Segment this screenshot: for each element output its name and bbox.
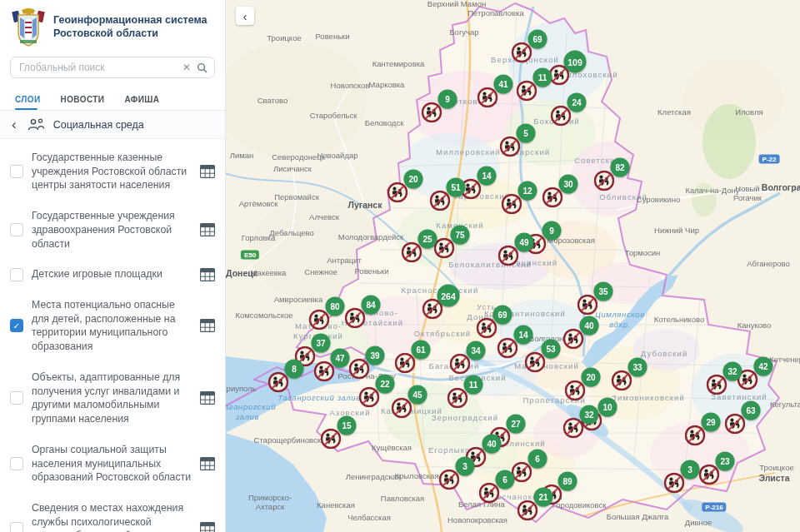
children-warning-icon — [450, 354, 471, 375]
cluster-count: 47 — [331, 349, 350, 368]
cluster-count: 40 — [482, 435, 502, 454]
water-label: Таганрогский залив — [278, 393, 360, 403]
layer-row[interactable]: Детские игровые площадки — [0, 259, 225, 290]
cluster-count: 9 — [542, 221, 562, 241]
layer-checkbox[interactable] — [10, 522, 23, 532]
cluster-count: 10 — [598, 398, 618, 417]
table-icon[interactable] — [200, 319, 215, 332]
water-label: Цимлянское вдхр. — [595, 310, 645, 330]
town-label: Горловка — [242, 233, 275, 242]
layer-label: Места потенциально опасные для детей, ра… — [32, 298, 192, 354]
cluster-count: 24 — [568, 93, 587, 112]
town-label: Троицкое — [267, 33, 301, 42]
children-warning-icon — [594, 171, 615, 191]
search-icon[interactable] — [197, 62, 208, 73]
layer-label: Сведения о местах нахождения службы псих… — [32, 501, 192, 532]
search-input[interactable] — [18, 61, 177, 74]
table-icon[interactable] — [200, 522, 215, 532]
town-label: Тормосин — [625, 248, 661, 257]
layer-row[interactable]: Государственные учреждения здравоохранен… — [0, 201, 225, 259]
table-icon[interactable] — [200, 391, 215, 405]
town-label: Комсомольское — [235, 311, 292, 320]
town-label: Новопсков — [331, 81, 370, 90]
cluster-count: 11 — [464, 375, 483, 395]
children-warning-icon — [439, 470, 460, 490]
layer-checkbox[interactable] — [10, 457, 23, 470]
global-search[interactable]: ✕ — [10, 57, 215, 78]
town-label: Верхний Мамон — [428, 0, 486, 9]
sidebar-collapse-button[interactable]: ‹ — [236, 7, 254, 25]
district-label: Октябрьский — [414, 329, 471, 339]
children-warning-icon — [512, 42, 532, 63]
children-warning-icon — [309, 310, 330, 331]
layer-label: Органы социальной защиты населения муниц… — [32, 443, 192, 485]
children-warning-icon — [422, 102, 442, 123]
children-warning-icon — [479, 483, 500, 504]
children-warning-icon — [314, 361, 335, 382]
back-chevron-icon[interactable]: ‹ — [10, 117, 18, 132]
cluster-count: 63 — [742, 401, 761, 420]
tab-layers[interactable]: СЛОИ — [15, 92, 41, 110]
children-warning-icon — [430, 191, 451, 211]
cluster-count: 41 — [494, 75, 513, 94]
cluster-count: 6 — [496, 470, 515, 490]
tab-afisha[interactable]: АФИША — [124, 92, 159, 110]
tab-news[interactable]: НОВОСТИ — [61, 92, 105, 110]
children-warning-icon — [498, 338, 518, 359]
children-warning-icon — [725, 414, 746, 435]
layer-row[interactable]: Органы социальной защиты населения муниц… — [0, 435, 225, 493]
layer-row[interactable]: Объекты, адаптированные для получения ус… — [0, 362, 225, 435]
layer-checkbox[interactable] — [10, 391, 23, 405]
town-label: Богучар — [449, 27, 478, 37]
cluster-count: 42 — [754, 357, 773, 376]
table-icon[interactable] — [200, 223, 215, 236]
children-warning-icon — [565, 380, 586, 401]
children-warning-icon — [321, 429, 342, 450]
layer-row[interactable]: Места потенциально опасные для детей, ра… — [0, 290, 225, 362]
children-warning-icon — [525, 352, 546, 373]
cluster-count: 29 — [702, 413, 721, 432]
layer-row[interactable]: Сведения о местах нахождения службы псих… — [0, 493, 225, 532]
layer-checkbox[interactable] — [10, 223, 23, 236]
town-label: Волгоград — [762, 182, 800, 193]
town-label: Беловодск — [365, 118, 404, 127]
town-label: Иловля — [735, 107, 762, 117]
town-label: Павловская — [381, 494, 424, 503]
app-title: Геоинформационная система Ростовской обл… — [53, 7, 208, 41]
table-icon[interactable] — [200, 165, 215, 178]
layer-checkbox[interactable] — [10, 165, 23, 178]
cluster-count: 84 — [362, 296, 381, 315]
town-label: Большая Джалга — [607, 512, 669, 521]
town-label: Кануково — [738, 321, 772, 330]
layer-checkbox[interactable] — [10, 268, 23, 281]
clear-search-icon[interactable]: ✕ — [182, 62, 191, 72]
cluster-count: 82 — [611, 158, 630, 177]
layer-row[interactable]: Государственные казенные учреждения Рост… — [0, 142, 225, 201]
town-label: Кущёвская — [372, 443, 412, 452]
cluster-count: 109 — [564, 51, 587, 73]
cluster-count: 89 — [558, 472, 578, 491]
children-warning-icon — [542, 187, 563, 208]
district-label: Зимовниковский — [612, 393, 685, 403]
cluster-count: 15 — [338, 416, 357, 435]
children-warning-icon — [612, 370, 632, 391]
town-label: Молодогвардейск — [338, 232, 403, 241]
table-icon[interactable] — [200, 457, 215, 470]
cluster-count: 23 — [716, 452, 735, 471]
cluster-count: 14 — [514, 326, 533, 345]
town-label: Луганск — [348, 200, 382, 211]
layer-checkbox[interactable] — [10, 319, 23, 332]
town-label: Амвросиевка — [274, 295, 323, 304]
layer-label: Государственные учреждения здравоохранен… — [32, 209, 192, 251]
town-label: Крыловская — [394, 471, 438, 480]
cluster-count: 5 — [517, 124, 536, 143]
children-warning-icon — [685, 425, 706, 446]
cluster-count: 6 — [528, 450, 548, 469]
cluster-count: 3 — [681, 460, 700, 480]
cluster-count: 21 — [534, 488, 553, 507]
cluster-count: 12 — [518, 181, 538, 201]
road-badge: Р-216 — [702, 503, 726, 512]
town-label: Ленинградская — [346, 472, 401, 481]
table-icon[interactable] — [200, 268, 215, 281]
town-label: Приморско- Ахтарск — [248, 493, 292, 512]
